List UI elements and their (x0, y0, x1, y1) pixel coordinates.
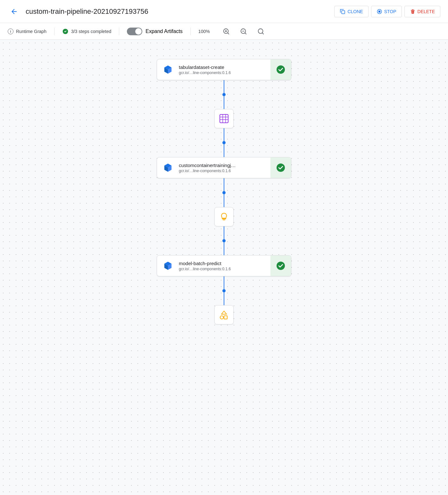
steps-completed: 3/3 steps completed (62, 28, 111, 35)
pipeline-canvas: tabulardataset-create gcr.io/…line-compo… (0, 40, 448, 495)
pipeline-node-3[interactable]: model-batch-predict gcr.io/…line-compone… (157, 255, 291, 276)
connector-line-3a (224, 178, 224, 191)
model-artifact-icon (219, 212, 229, 222)
output-artifact-icon (219, 310, 229, 320)
node-1-icon-area (157, 59, 179, 80)
node-3-status (270, 256, 291, 276)
node-3-content: model-batch-predict gcr.io/…line-compone… (179, 256, 270, 276)
connector-dot-5 (222, 289, 226, 292)
connector-line-2a (224, 128, 224, 141)
toolbar-divider-1 (54, 28, 54, 35)
clone-button[interactable]: CLONE (334, 6, 368, 17)
expand-artifacts-label: Expand Artifacts (145, 29, 183, 34)
svg-marker-36 (221, 311, 227, 314)
svg-rect-18 (220, 114, 228, 123)
cube-icon-3 (163, 261, 173, 271)
connector-line-1b (224, 96, 224, 109)
delete-button[interactable]: DELETE (404, 6, 440, 17)
zoom-in-button[interactable] (221, 27, 231, 36)
pipeline-node-1[interactable]: tabulardataset-create gcr.io/…line-compo… (157, 59, 291, 80)
svg-rect-0 (342, 11, 345, 14)
connector-line-4a (224, 226, 224, 239)
svg-point-17 (277, 65, 285, 74)
svg-rect-29 (223, 220, 225, 220)
node-1-status (270, 59, 291, 80)
node-3-check-icon (276, 261, 285, 270)
svg-point-37 (220, 316, 223, 319)
zoom-reset-button[interactable] (256, 27, 266, 36)
node-2-status (270, 157, 291, 178)
connector-seg-3 (222, 178, 226, 207)
node-1-check-icon (276, 65, 285, 74)
connector-dot-2 (222, 141, 226, 144)
cube-icon-1 (163, 64, 173, 75)
table-artifact-icon (219, 113, 229, 124)
pipeline-graph: tabulardataset-create gcr.io/…line-compo… (157, 59, 291, 324)
node-3-subtitle: gcr.io/…line-components:0.1.6 (179, 267, 270, 271)
node-1-subtitle: gcr.io/…line-components:0.1.6 (179, 71, 270, 75)
node-1-content: tabulardataset-create gcr.io/…line-compo… (179, 60, 270, 80)
node-2-icon-area (157, 157, 179, 178)
toolbar-divider-3 (190, 28, 191, 35)
node-3-icon-area (157, 256, 179, 276)
artifact-node-3[interactable] (214, 305, 234, 324)
header-actions: CLONE STOP DELETE (334, 6, 440, 17)
delete-label: DELETE (418, 9, 435, 14)
clone-label: CLONE (347, 9, 363, 14)
connector-line-3b (224, 194, 224, 207)
connector-seg-1 (222, 80, 226, 109)
stop-button[interactable]: STOP (371, 6, 402, 17)
connector-seg-4 (222, 226, 226, 255)
pipeline-node-2[interactable]: customcontainertrainingj… gcr.io/…line-c… (157, 157, 291, 178)
header: custom-train-pipeline-20210927193756 CLO… (0, 0, 448, 23)
connector-line-4b (224, 242, 224, 255)
svg-point-27 (277, 164, 285, 172)
toolbar: i Runtime Graph 3/3 steps completed Expa… (0, 23, 448, 40)
svg-rect-28 (222, 219, 226, 219)
steps-completed-label: 3/3 steps completed (71, 29, 111, 34)
node-3-title: model-batch-predict (179, 261, 270, 266)
svg-line-10 (245, 33, 246, 34)
stop-label: STOP (384, 9, 396, 14)
connector-dot-4 (222, 239, 226, 242)
cube-icon-2 (163, 163, 173, 173)
info-icon: i (8, 29, 13, 34)
connector-line-5a (224, 276, 224, 289)
svg-rect-38 (224, 316, 227, 319)
svg-point-35 (277, 262, 285, 270)
connector-dot-3 (222, 191, 226, 194)
artifact-node-2[interactable] (214, 207, 234, 226)
svg-line-12 (262, 33, 263, 34)
connector-seg-5 (222, 276, 226, 305)
connector-line-1a (224, 80, 224, 93)
back-button[interactable] (8, 5, 21, 18)
zoom-out-button[interactable] (239, 27, 248, 36)
connector-line-2b (224, 144, 224, 157)
node-2-content: customcontainertrainingj… gcr.io/…line-c… (179, 158, 270, 178)
zoom-level: 100% (198, 29, 214, 34)
runtime-graph-btn[interactable]: i Runtime Graph (8, 29, 46, 34)
artifact-node-1[interactable] (214, 109, 234, 128)
toggle-switch[interactable] (127, 28, 142, 35)
node-1-title: tabulardataset-create (179, 64, 270, 70)
connector-line-5b (224, 292, 224, 305)
node-2-check-icon (276, 163, 285, 172)
node-2-subtitle: gcr.io/…line-components:0.1.6 (179, 169, 270, 173)
connector-seg-2 (222, 128, 226, 157)
connector-dot-1 (222, 93, 226, 96)
toolbar-divider-2 (119, 28, 119, 35)
svg-rect-2 (378, 11, 380, 13)
svg-line-7 (228, 33, 229, 34)
steps-check-icon (62, 28, 69, 35)
expand-artifacts-toggle[interactable]: Expand Artifacts (127, 28, 183, 35)
node-2-title: customcontainertrainingj… (179, 163, 270, 168)
runtime-graph-label: Runtime Graph (16, 29, 46, 34)
page-title: custom-train-pipeline-20210927193756 (26, 7, 329, 16)
